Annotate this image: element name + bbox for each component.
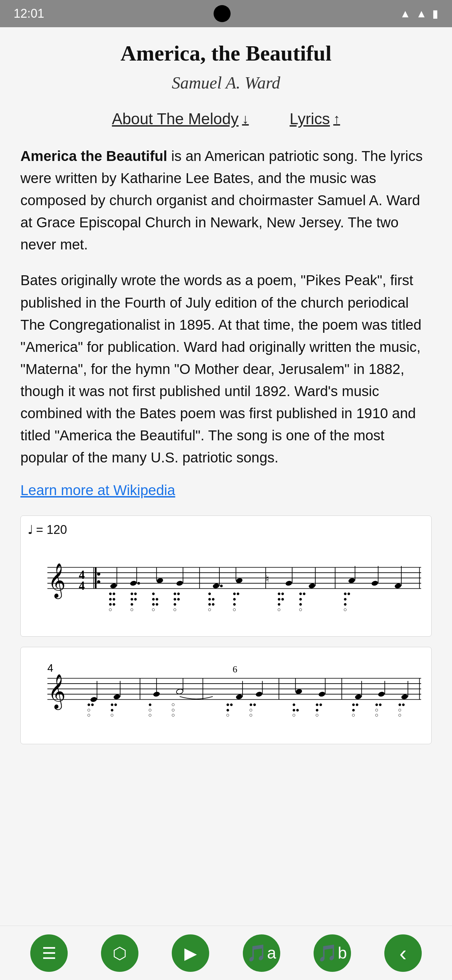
svg-text:○: ○ (148, 711, 152, 718)
svg-text:○: ○ (249, 711, 253, 718)
tab-lyrics[interactable]: Lyrics ↑ (290, 110, 340, 128)
wikipedia-link[interactable]: Learn more at Wikipedia (21, 482, 431, 498)
svg-text:○: ○ (171, 711, 175, 718)
svg-point-10 (97, 572, 100, 576)
svg-text:○: ○ (173, 606, 177, 613)
svg-text:○: ○ (108, 606, 112, 613)
menu-icon: ☰ (42, 943, 57, 963)
svg-point-14 (130, 580, 137, 586)
svg-text:○: ○ (87, 711, 91, 718)
home-indicator (214, 5, 231, 22)
svg-text:○: ○ (299, 606, 302, 613)
tab-lyrics-label: Lyrics (290, 110, 330, 128)
svg-point-107 (377, 691, 385, 697)
svg-point-36 (371, 580, 379, 586)
svg-point-34 (348, 578, 355, 584)
status-bar: 12:01 ▲ ▲ ▮ (0, 0, 452, 27)
svg-point-25 (235, 578, 243, 584)
instrument-a-button[interactable]: 🎵a (243, 934, 280, 972)
menu-button[interactable]: ☰ (30, 934, 68, 972)
svg-point-19 (176, 580, 183, 586)
svg-text:4: 4 (79, 579, 85, 593)
svg-point-29 (285, 580, 292, 586)
svg-text:○: ○ (315, 711, 319, 718)
svg-text:○: ○ (292, 711, 296, 718)
main-content: America, the Beautiful Samuel A. Ward Ab… (0, 27, 452, 926)
transpose-icon: ⬡ (113, 943, 127, 963)
svg-text:○: ○ (344, 606, 347, 613)
play-button[interactable]: ▶ (172, 934, 209, 972)
back-icon: ‹ (399, 940, 406, 966)
svg-text:○: ○ (233, 606, 236, 613)
instrument-b-icon: 🎵b (317, 943, 347, 963)
svg-point-109 (401, 694, 408, 700)
svg-point-12 (110, 583, 117, 589)
svg-text:○: ○ (398, 711, 402, 718)
svg-text:○: ○ (375, 711, 379, 718)
svg-point-17 (156, 578, 163, 584)
svg-text:○: ○ (277, 606, 281, 613)
svg-point-105 (354, 694, 362, 700)
note-symbol: ♩ (27, 523, 33, 537)
tempo-mark: ♩ = 120 (27, 523, 425, 537)
svg-point-100 (295, 688, 302, 695)
svg-point-31 (308, 583, 316, 589)
song-title: America, the Beautiful (21, 41, 431, 66)
sheet-music-section-2: 4 𝄞 6 (21, 647, 431, 744)
song-composer: Samuel A. Ward (21, 73, 431, 92)
transpose-button[interactable]: ⬡ (101, 934, 138, 972)
svg-point-86 (113, 694, 121, 700)
svg-point-16 (137, 582, 140, 585)
svg-text:○: ○ (130, 606, 134, 613)
svg-text:4: 4 (47, 662, 53, 674)
bottom-toolbar: ☰ ⬡ ▶ 🎵a 🎵b ‹ (0, 926, 452, 980)
description-bold: America the Beautiful (21, 148, 167, 164)
wifi-icon: ▲ (400, 8, 411, 20)
signal-icon: ▲ (416, 8, 427, 20)
description-paragraph-2: Bates originally wrote the words as a po… (21, 269, 431, 469)
tab-about-melody[interactable]: About The Melody ↓ (112, 110, 249, 128)
svg-text:○: ○ (110, 711, 114, 718)
sheet-music-svg-1: 𝄞 4 4 (27, 540, 425, 628)
tab-about-arrow: ↓ (242, 111, 249, 127)
back-button[interactable]: ‹ (384, 934, 422, 972)
tab-links: About The Melody ↓ Lyrics ↑ (21, 110, 431, 128)
svg-point-102 (318, 691, 325, 697)
svg-point-22 (212, 583, 220, 589)
sheet-music-section-1: ♩ = 120 𝄞 4 4 (21, 515, 431, 637)
svg-point-24 (220, 585, 223, 587)
status-icons: ▲ ▲ ▮ (400, 7, 438, 20)
instrument-a-icon: 🎵a (247, 943, 276, 963)
instrument-b-button[interactable]: 🎵b (314, 934, 351, 972)
svg-text:○: ○ (208, 606, 211, 613)
status-time: 12:01 (14, 6, 44, 21)
play-icon: ▶ (184, 943, 197, 963)
tab-about-melody-label: About The Melody (112, 110, 239, 128)
svg-point-38 (394, 583, 402, 589)
svg-point-11 (97, 581, 100, 584)
svg-text:6: 6 (233, 664, 237, 675)
battery-icon: ▮ (432, 7, 438, 20)
svg-text:○: ○ (352, 711, 355, 718)
svg-point-97 (255, 691, 263, 697)
tab-lyrics-arrow: ↑ (333, 111, 340, 127)
svg-text:♮: ♮ (266, 573, 269, 584)
sheet-music-svg-2: 4 𝄞 6 (27, 654, 425, 736)
svg-point-91 (176, 688, 183, 695)
svg-point-95 (235, 694, 243, 700)
description-paragraph-1: America the Beautiful is an American pat… (21, 145, 431, 256)
svg-text:𝄞: 𝄞 (48, 563, 66, 600)
svg-text:𝄞: 𝄞 (48, 675, 66, 711)
svg-text:○: ○ (226, 711, 230, 718)
svg-text:○: ○ (152, 606, 155, 613)
tempo-value: = 120 (36, 523, 67, 537)
